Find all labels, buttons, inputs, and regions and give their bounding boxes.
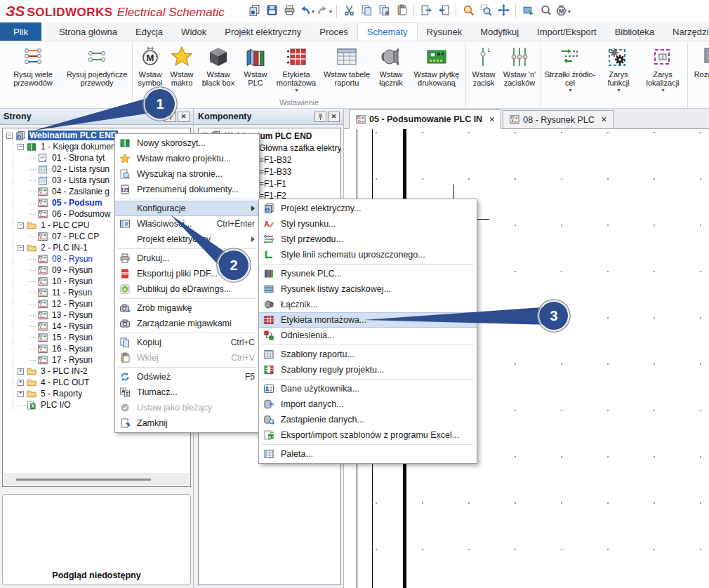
import-page-button[interactable] [435,3,452,20]
close-tab-icon[interactable]: ✕ [601,115,607,124]
paste-button[interactable] [393,3,410,20]
tab-narzędzia[interactable]: Narzędzia [663,22,709,41]
zarys-funkcji-button[interactable]: Zarys funkcji▾ [597,43,640,98]
expand-icon[interactable]: + [18,391,24,397]
close-tab-icon[interactable]: ✕ [489,115,495,124]
etykieta-montazowa-button[interactable]: Etykieta montażowa▾ [272,43,321,98]
tab-strona-główna[interactable]: Strona główna [50,22,126,41]
undo-button[interactable]: ▾ [298,3,315,20]
menu-item-etykieta-montażowa[interactable]: Etykieta montażowa... [259,312,477,328]
print-button[interactable] [281,3,298,20]
tab-edycja[interactable]: Edycja [126,22,172,41]
macro-button[interactable]: M▾ [555,3,571,20]
collapse-icon[interactable]: − [18,245,24,251]
menu-item-konfiguracje[interactable]: Konfiguracje [115,201,259,216]
menu-item-zamknij[interactable]: Zamknij [115,415,259,431]
menu-item-style-linii-schematu-uproszczonego[interactable]: Style linii schematu uproszczonego... [259,247,477,262]
menu-item-właściwości[interactable]: Właściwości...Ctrl+Enter [115,216,259,232]
menu-item-import-danych[interactable]: Import danych... [259,396,477,412]
close-icon[interactable]: ✕ [328,112,340,122]
menu-item-drukuj[interactable]: Drukuj... [115,250,259,266]
menu-item-tłumacz[interactable]: ATłumacz... [115,385,259,400]
pan-fit-button[interactable] [495,3,512,20]
wstaw-n-zaciskow-button[interactable]: Wstaw 'n' zacisków [500,43,539,98]
tab-plik[interactable]: Plik [0,22,41,41]
scrollbar-thumb[interactable] [16,479,151,481]
menu-item-label: Łącznik... [281,300,318,309]
zoom-button[interactable] [460,3,477,20]
wstaw-black-box-button[interactable]: Wstaw black box [197,43,239,98]
tab-proces[interactable]: Proces [310,22,357,41]
menu-item-nowy-skoroszyt[interactable]: Nowy skoroszyt... [115,135,259,151]
menu-item-eksport-import-szablonów-z-programu-excel[interactable]: XLSEksport/import szablonów z programu E… [259,427,477,443]
export-page-button[interactable] [418,3,435,20]
tab-biblioteka[interactable]: Biblioteka [606,22,663,41]
search-button[interactable] [537,3,554,20]
wstaw-plc-button[interactable]: Wstaw PLC [239,43,272,98]
expand-icon[interactable]: + [18,380,24,386]
copy-properties-button[interactable] [376,3,392,20]
menu-item-wyszukaj-na-stronie[interactable]: Wyszukaj na stronie... [115,166,259,182]
snapshot-button[interactable] [519,3,536,20]
rozciagnij-button[interactable]: Rozciągnij [689,43,709,98]
paste-icon [396,4,408,19]
pin-icon[interactable] [314,112,326,122]
zarys-lokalizacji-button[interactable]: Zarys lokalizacji▾ [640,43,686,98]
menu-item-kopiuj[interactable]: KopiujCtrl+C [115,335,259,350]
menu-item-wstaw-makro-projektu[interactable]: Wstaw makro projektu... [115,151,259,166]
wstaw-plytke-drukowana-button[interactable]: Wstaw płytkę drukowaną [409,43,464,98]
menu-item-publikuj-do-edrawings[interactable]: ePublikuj do eDrawings... [115,281,259,297]
menu-item-szablony-reguły-projektu[interactable]: Szablony reguły projektu... [259,362,477,377]
collapse-icon[interactable]: − [18,222,24,229]
cut-button[interactable] [340,3,357,20]
save-button[interactable] [263,3,280,20]
tree-branch-line [29,169,36,170]
menu-item-odniesienia[interactable]: Odniesienia... [259,328,477,343]
collapse-icon[interactable]: − [18,144,24,150]
document-tab[interactable]: 05 - Podsumowanie PLC IN✕ [349,109,501,129]
menu-item-zastąpienie-danych[interactable]: Zastąpienie danych... [259,412,477,427]
rysuj-pojedyncze-przewody-button[interactable]: Rysuj pojedyńcze przewody [63,43,131,98]
menu-item-przenumeruj-dokumenty[interactable]: 123Przenumeruj dokumenty... [115,182,259,197]
menu-item-projekt-elektryczny[interactable]: Projekt elektryczny... [259,201,477,216]
expand-icon[interactable]: + [18,368,24,375]
wstaw-lacznik-button[interactable]: Wstaw łącznik [373,43,409,98]
wstaw-zacisk-button[interactable]: 1Wstaw zacisk [468,43,500,98]
collapse-icon[interactable]: − [6,133,13,139]
menu-item-rysunek-listwy-zaciskowej[interactable]: Rysunek listwy zaciskowej... [259,281,477,297]
tab-import-eksport[interactable]: Import/Eksport [528,22,606,41]
wstaw-symbol-button[interactable]: MWstaw symbol [134,43,166,98]
wstaw-makro-button[interactable]: Wstaw makro [166,43,197,98]
tab-modyfikuj[interactable]: Modyfikuj [471,22,528,41]
menu-item-eksportuj-pliki-pdf[interactable]: PDFEksportuj pliki PDF... [115,266,259,281]
menu-item-styl-przewodu[interactable]: Styl przewodu... [259,232,477,247]
menu-item-odśwież[interactable]: OdświeżF5 [115,369,259,385]
copy-button[interactable] [358,3,375,20]
pin-icon[interactable] [164,112,176,122]
menu-item-szablony-raportu[interactable]: Szablony raportu... [259,347,477,362]
tree-item-label: 10 - Rysun [51,276,94,286]
tab-projekt-elektryczny[interactable]: Projekt elektryczny [216,22,310,41]
schematic-icon [355,114,366,125]
menu-item-łącznik[interactable]: Łącznik... [259,297,477,312]
horizontal-scrollbar[interactable] [4,473,190,486]
menu-item-zrób-migawkę[interactable]: Zrób migawkę [115,300,259,316]
tab-schematy[interactable]: Schematy [357,22,418,41]
menu-item-projekt-elektryczny[interactable]: Projekt elektryczny [115,232,259,247]
menu-item-dane-użytkownika[interactable]: Dane użytkownika... [259,381,477,396]
tab-widok[interactable]: Widok [172,22,216,41]
tab-rysunek[interactable]: Rysunek [418,22,472,41]
new-project-button[interactable] [246,3,263,20]
wstaw-tabele-raportu-button[interactable]: Wstaw tabelę raportu [321,43,373,98]
ribbon-buttons: Rysuj wiele przewodówRysuj pojedyńcze pr… [3,43,131,98]
menu-item-zarządzanie-migawkami[interactable]: Zarządzanie migawkami [115,316,259,331]
close-icon[interactable]: ✕ [178,112,190,122]
redo-button[interactable]: ▾ [316,3,333,20]
zoom-selection-button[interactable] [477,3,494,20]
rysuj-wiele-przewodow-button[interactable]: Rysuj wiele przewodów [3,43,63,98]
document-tab[interactable]: 08 - Rysunek PLC✕ [503,110,614,128]
menu-item-rysunek-plc[interactable]: Rysunek PLC... [259,266,477,281]
menu-item-styl-rysunku[interactable]: AStyl rysunku... [259,216,477,232]
strzalki-zrodlo-cel-button[interactable]: Strzałki źródło-cel▾ [543,43,597,98]
menu-item-paleta[interactable]: Paleta... [259,446,477,462]
